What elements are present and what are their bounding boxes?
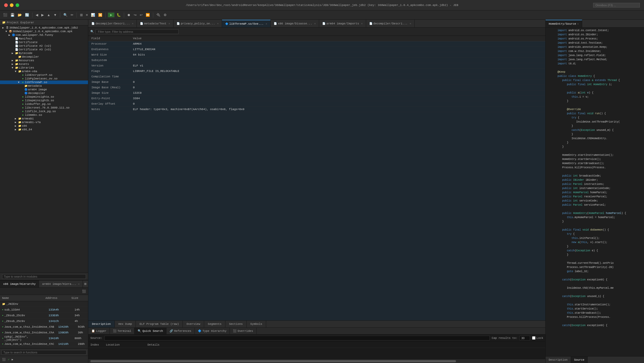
center-filter-input[interactable] [96,29,179,34]
tree-item-assets[interactable]: ▶ 📁 Assets [0,62,88,66]
toolbar-btn-grid[interactable]: ⊞ [79,12,84,17]
tree-item-libpglmetasec[interactable]: ● libPglmetasec_ov.so [0,77,88,80]
tree-item-arm64image[interactable]: 🔵 arm64 image [0,88,88,91]
center-bottom-tab-overview[interactable]: Overview [183,321,204,327]
logger-tab-type-hierarchy[interactable]: 🔷Type Hierarchy [195,328,230,334]
run-icon2[interactable]: ▶ [12,358,14,361]
tree-item-apk[interactable]: ▼ 📦 360Wallpaper_1.0.4_apkcombo.com.apk [0,30,88,33]
tab-privacy-close[interactable]: ✕ [217,22,219,25]
tab-metadata-text[interactable]: 📄 metadata/Text ✕ [137,20,173,27]
toolbar-btn-step[interactable]: ↪ [133,12,138,17]
omnibox-input[interactable] [593,3,640,8]
tab-decompiler2[interactable]: 📄 decompiler/Descri... ✕ [366,20,415,27]
toolbar-btn-stepout[interactable]: ↩ [139,12,144,17]
toolbar-btn-forward[interactable]: ▶ [40,12,45,17]
tab-arm64-imports[interactable]: 📄 arm64 image/Imports ✕ [319,20,366,27]
tree-item-cert3[interactable]: 📄 Certificate #3 (v3) [0,48,88,51]
minimize-button[interactable] [10,3,14,7]
run-button[interactable]: ▶ [108,12,115,17]
tree-item-arm64v8a[interactable]: ▼ 📁 arm64-v8a [0,70,88,73]
center-bottom-tab-elf-program-table-(raw)[interactable]: ELF Program Table (raw) [136,321,183,327]
hierarchy-row[interactable]: ●cpkg(_JNIEnv*, _jobject*)13A10h800h [0,335,88,341]
hierarchy-row[interactable]: 📁_JNIEnv [0,301,88,307]
center-bottom-tab-description[interactable]: Description [88,321,115,327]
toolbar-btn-refresh[interactable]: 🔄 [24,12,30,17]
toolbar-btn-flow[interactable]: 🔀 [97,12,103,17]
toolbar-btn-list[interactable]: ≡ [85,12,89,17]
hierarchy-sort-btn[interactable]: ⬛ [82,290,86,293]
hierarchy-row[interactable]: ●Java_com_w_thsz_InsideUse_thB13420h5C0h [0,324,88,330]
toolbar-btn-search[interactable]: 🔍 [62,12,69,17]
logger-tab-terminal[interactable]: ⬛Terminal [110,328,135,334]
arm64-hierarchy-close[interactable]: ✕ [78,283,79,286]
toolbar-btn-continue[interactable]: ⏩ [145,12,151,17]
close-button[interactable] [4,3,8,7]
tab-privacy-policy[interactable]: 📄 privacy_policy_se... ✕ [173,20,222,27]
center-bottom-tab-segments[interactable]: Segments [204,321,225,327]
toolbar-btn-edit[interactable]: ✏ [70,12,75,17]
tree-item-armeabiv7a[interactable]: ▶ 📁 armeabi-v7a [0,120,88,124]
hierarchy-row[interactable]: ●sub_133A4133A4h14h [0,307,88,313]
tab-x86-close[interactable]: ✕ [314,22,316,25]
tab-decompiler1-close[interactable]: ✕ [132,22,133,25]
toolbar-btn-up[interactable]: ▲ [46,12,51,17]
debug-button[interactable]: 🐛 [116,12,122,17]
tab-right-source[interactable]: Source [571,357,588,363]
tab-metadata-close[interactable]: ✕ [169,22,170,25]
source-input[interactable] [104,336,489,340]
lock-checkbox[interactable] [532,336,535,340]
toolbar-btn-open[interactable]: 📂 [17,12,23,17]
tree-item-package[interactable]: ▶ 🔵 com.wallpaper.hd.funny [0,33,88,37]
logger-tab-quick-search[interactable]: 🔍Quick Search [135,328,166,334]
tree-item-bytecode[interactable]: ▶ 📁 Bytecode [0,51,88,55]
tree-item-x86[interactable]: ▶ 📁 x86 [0,124,88,128]
tree-item-libfilelock[interactable]: ● libfile_lock_pg.so [0,110,88,113]
toolbar-btn-breakpoint[interactable]: ⏺ [126,12,132,17]
tree-item-root-jdb2[interactable]: ▶ 🗄 360Wallpaper_1.0.4_apkcombo.com.apk.… [0,26,88,30]
homeentry-tab-close[interactable]: ✕ [577,22,579,25]
tab-homeentry-source[interactable]: HomeEntry/Source ✕ [546,20,582,27]
cap-results-input[interactable] [520,336,530,340]
toolbar-btn-new[interactable]: ⬛ [2,12,8,17]
tree-item-libencryptorp[interactable]: ● libEncryptorP.so [0,73,88,77]
center-bottom-tab-hex-dump[interactable]: Hex Dump [115,321,136,327]
tree-item-libcronet[interactable]: ● libcronet.76.0.3809.111.so [0,106,88,110]
scrollbar-thumb[interactable] [90,360,456,362]
tab-decompiler2-close[interactable]: ✕ [410,22,411,25]
tree-item-decompiler2[interactable]: 🔵 decompiler [0,91,88,95]
tree-item-libthreewp[interactable]: ▼ ● libThreeWP.so [0,80,88,84]
tab-libthreewp-overview[interactable]: 🔷 libThreeWP.so/Ove... ✕ [222,20,271,27]
logger-tab-references[interactable]: 🔗References [166,328,195,334]
project-search-input[interactable] [2,274,86,279]
tab-right-description[interactable]: Description [546,357,571,363]
tab-x86-disassemble[interactable]: 📄 x86 image/Disasse... ✕ [271,20,319,27]
tree-item-cert2[interactable]: 📄 Certificate #2 (v2) [0,44,88,48]
tab-arm64imports-close[interactable]: ✕ [361,22,363,25]
hierarchy-search-input[interactable] [2,350,86,355]
tree-item-decompiler[interactable]: 📁 decompiler [0,55,88,59]
tab-arm64-hierarchy[interactable]: arm64 image/Hiera... ✕ [39,280,83,287]
tree-item-libapminsighta[interactable]: ● libapminsighta.so [0,95,88,99]
tree-item-metadata[interactable]: 📁 metadata [0,84,88,88]
center-bottom-tab-sections[interactable]: Sections [225,321,247,327]
tab-decompiler1[interactable]: 📄 decompiler/Descri... ✕ [88,20,137,27]
hierarchy-list[interactable]: 📁_JNIEnv●sub_133A4133A4h14h●_Z8sub_25c8v… [0,301,88,348]
hierarchy-row[interactable]: ●_Z8sub_25c8v133E8h34h [0,313,88,318]
tree-item-certificate[interactable]: 📄 Certificate [0,41,88,44]
tree-item-armeabi[interactable]: ▶ 📁 armeabi [0,117,88,120]
tree-item-libmmkv[interactable]: ● libmmkv.so [0,113,88,117]
center-bottom-tab-symbols[interactable]: Symbols [247,321,266,327]
toolbar-btn-settings[interactable]: ⚙ [163,12,168,17]
tree-item-libapminsightb[interactable]: ● libapminsightb.so [0,99,88,102]
hierarchy-row[interactable]: ●Java_com_w_thsz_InsideUse_thC14210h288h [0,341,88,347]
logger-tab-logger[interactable]: 📋Logger [88,328,110,334]
tree-item-libraries[interactable]: ▼ 📁 Libraries [0,66,88,70]
toolbar-btn-save[interactable]: 💾 [9,12,16,17]
toolbar-btn-back[interactable]: ◀ [35,12,39,17]
hierarchy-expand-btn[interactable]: ⊞ [84,282,86,286]
toolbar-btn-plugin[interactable]: 🔌 [155,12,162,17]
hierarchy-row[interactable]: ●_Z8sub_25c9v1341Ch4h [0,318,88,324]
logger-tab-overrides[interactable]: ⬛Overrides [230,328,256,334]
tree-item-libbuffer[interactable]: ● libbuffer_pg.so [0,102,88,106]
tree-item-manifest[interactable]: 📄 Manifest [0,37,88,41]
